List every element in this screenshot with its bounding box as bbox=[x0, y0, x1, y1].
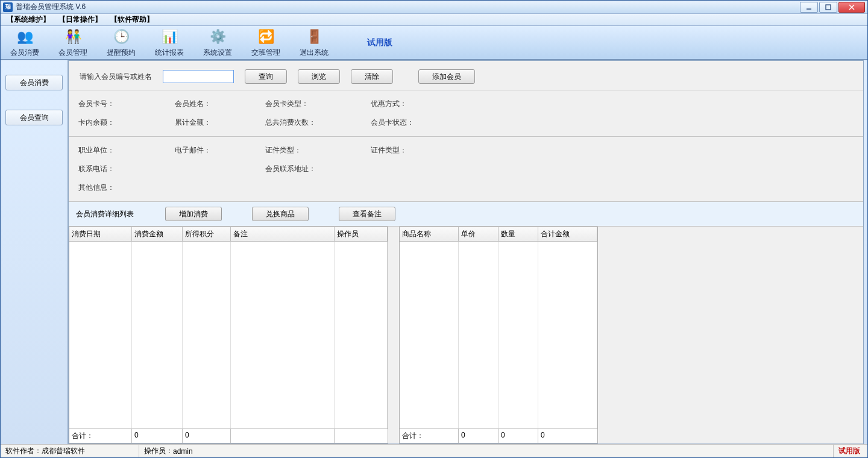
menubar: 【系统维护】 【日常操作】 【软件帮助】 bbox=[1, 14, 867, 26]
th-remark[interactable]: 备注 bbox=[231, 227, 335, 241]
goods-table-wrap: 商品名称 单价 数量 合计金额 合计： bbox=[399, 227, 598, 444]
tables-row: 消费日期 消费金额 所得积分 备注 操作员 bbox=[69, 227, 863, 444]
tf-points: 0 bbox=[183, 429, 231, 443]
main-panel: 请输入会员编号或姓名 查询 浏览 清除 添加会员 会员卡号： 会员姓名： 会员卡… bbox=[68, 60, 864, 444]
goods-table-body bbox=[400, 242, 597, 428]
member-card-info: 会员卡号： 会员姓名： 会员卡类型： 优惠方式： 卡内余额： 累计金额： 总共消… bbox=[69, 90, 863, 137]
tool-member-manage[interactable]: 👫 会员管理 bbox=[54, 26, 92, 59]
window-controls bbox=[800, 2, 865, 13]
tf-price: 0 bbox=[459, 429, 498, 443]
minimize-button[interactable] bbox=[800, 2, 818, 13]
gear-icon: ⚙️ bbox=[208, 27, 227, 46]
people-icon: 👫 bbox=[63, 27, 83, 46]
tool-settings[interactable]: ⚙️ 系统设置 bbox=[198, 26, 237, 59]
label-work: 职业单位： bbox=[78, 145, 115, 155]
add-consume-button[interactable]: 增加消费 bbox=[165, 207, 222, 221]
app-icon: 瑞 bbox=[3, 2, 13, 12]
tf-qty: 0 bbox=[498, 429, 538, 443]
consume-table-wrap: 消费日期 消费金额 所得积分 备注 操作员 bbox=[69, 227, 388, 444]
th-price[interactable]: 单价 bbox=[459, 227, 498, 241]
label-other: 其他信息： bbox=[78, 183, 115, 193]
tf-amount: 0 bbox=[132, 429, 183, 443]
browse-button[interactable]: 浏览 bbox=[298, 69, 340, 84]
th-amount[interactable]: 消费金额 bbox=[132, 227, 183, 241]
menu-daily-ops[interactable]: 【日常操作】 bbox=[56, 13, 104, 26]
label-card-no: 会员卡号： bbox=[78, 99, 115, 109]
add-member-button[interactable]: 添加会员 bbox=[418, 69, 475, 84]
tool-shift[interactable]: 🔁 交班管理 bbox=[247, 26, 285, 59]
swap-icon: 🔁 bbox=[256, 27, 275, 46]
label-address: 会员联系地址： bbox=[265, 164, 316, 174]
th-operator[interactable]: 操作员 bbox=[335, 227, 388, 241]
status-author: 软件作者： 成都普瑞软件 bbox=[1, 445, 139, 457]
side-btn-consume[interactable]: 会员消费 bbox=[5, 75, 63, 90]
status-operator: 操作员： admin bbox=[139, 445, 834, 457]
search-row: 请输入会员编号或姓名 查询 浏览 清除 添加会员 bbox=[69, 61, 863, 90]
menu-help[interactable]: 【软件帮助】 bbox=[108, 13, 156, 26]
window-title: 普瑞会员管理系统 V.6 bbox=[16, 2, 800, 12]
label-member-name: 会员姓名： bbox=[175, 99, 211, 109]
consume-list-label: 会员消费详细列表 bbox=[76, 209, 134, 219]
goods-table-head: 商品名称 单价 数量 合计金额 bbox=[400, 227, 597, 242]
label-card-type: 会员卡类型： bbox=[265, 99, 309, 109]
search-label: 请输入会员编号或姓名 bbox=[80, 72, 152, 82]
consume-table[interactable]: 消费日期 消费金额 所得积分 备注 操作员 bbox=[69, 227, 388, 444]
maximize-button[interactable] bbox=[819, 2, 837, 13]
tool-remind[interactable]: 🕒 提醒预约 bbox=[102, 26, 140, 59]
door-icon: 🚪 bbox=[304, 27, 324, 46]
sidebar: 会员消费 会员查询 bbox=[1, 60, 68, 444]
menu-system-maintain[interactable]: 【系统维护】 bbox=[4, 13, 52, 26]
toolbar: 👥 会员消费 👫 会员管理 🕒 提醒预约 📊 统计报表 ⚙️ 系统设置 🔁 交班… bbox=[1, 26, 867, 60]
action-row: 会员消费详细列表 增加消费 兑换商品 查看备注 bbox=[69, 202, 863, 227]
app-window: 瑞 普瑞会员管理系统 V.6 【系统维护】 【日常操作】 【软件帮助】 👥 会员… bbox=[0, 0, 868, 458]
tf-total: 0 bbox=[538, 429, 597, 443]
tf-goods-label: 合计： bbox=[400, 429, 459, 443]
clock-icon: 🕒 bbox=[112, 27, 131, 46]
consume-table-foot: 合计： 0 0 bbox=[69, 428, 388, 443]
label-status: 会员卡状态： bbox=[371, 118, 414, 128]
chart-icon: 📊 bbox=[160, 27, 179, 46]
label-email: 电子邮件： bbox=[175, 145, 211, 155]
side-btn-query[interactable]: 会员查询 bbox=[5, 110, 63, 125]
goods-table[interactable]: 商品名称 单价 数量 合计金额 合计： bbox=[399, 227, 598, 444]
clear-button[interactable]: 清除 bbox=[351, 69, 393, 84]
users-icon: 👥 bbox=[15, 27, 34, 46]
th-points[interactable]: 所得积分 bbox=[183, 227, 231, 241]
label-cert2: 证件类型： bbox=[371, 145, 407, 155]
tool-member-consume[interactable]: 👥 会员消费 bbox=[5, 26, 44, 59]
th-total[interactable]: 合计金额 bbox=[538, 227, 597, 241]
svg-rect-1 bbox=[826, 5, 831, 10]
th-qty[interactable]: 数量 bbox=[498, 227, 538, 241]
label-phone: 联系电话： bbox=[78, 164, 115, 174]
th-goods-name[interactable]: 商品名称 bbox=[400, 227, 459, 241]
label-cert1: 证件类型： bbox=[265, 145, 301, 155]
content-area: 会员消费 会员查询 请输入会员编号或姓名 查询 浏览 清除 添加会员 会员卡号：… bbox=[1, 60, 867, 444]
label-balance: 卡内余额： bbox=[78, 118, 115, 128]
label-times: 总共消费次数： bbox=[265, 118, 316, 128]
search-input[interactable] bbox=[163, 70, 234, 83]
trial-badge: 试用版 bbox=[367, 37, 392, 48]
tool-report[interactable]: 📊 统计报表 bbox=[150, 26, 189, 59]
goods-table-foot: 合计： 0 0 0 bbox=[400, 428, 597, 443]
th-date[interactable]: 消费日期 bbox=[69, 227, 132, 241]
label-cum-amount: 累计金额： bbox=[175, 118, 211, 128]
titlebar[interactable]: 瑞 普瑞会员管理系统 V.6 bbox=[1, 1, 867, 14]
consume-table-body bbox=[69, 242, 388, 428]
consume-table-head: 消费日期 消费金额 所得积分 备注 操作员 bbox=[69, 227, 388, 242]
close-button[interactable] bbox=[838, 2, 865, 13]
view-remark-button[interactable]: 查看备注 bbox=[339, 207, 395, 221]
label-discount: 优惠方式： bbox=[371, 99, 407, 109]
tool-exit[interactable]: 🚪 退出系统 bbox=[295, 26, 333, 59]
query-button[interactable]: 查询 bbox=[245, 69, 287, 84]
member-contact-info: 职业单位： 电子邮件： 证件类型： 证件类型： 联系电话： 会员联系地址： 其他… bbox=[69, 137, 863, 202]
status-trial: 试用版 bbox=[834, 445, 867, 457]
tf-label: 合计： bbox=[69, 429, 132, 443]
statusbar: 软件作者： 成都普瑞软件 操作员： admin 试用版 bbox=[1, 444, 867, 457]
exchange-goods-button[interactable]: 兑换商品 bbox=[252, 207, 309, 221]
